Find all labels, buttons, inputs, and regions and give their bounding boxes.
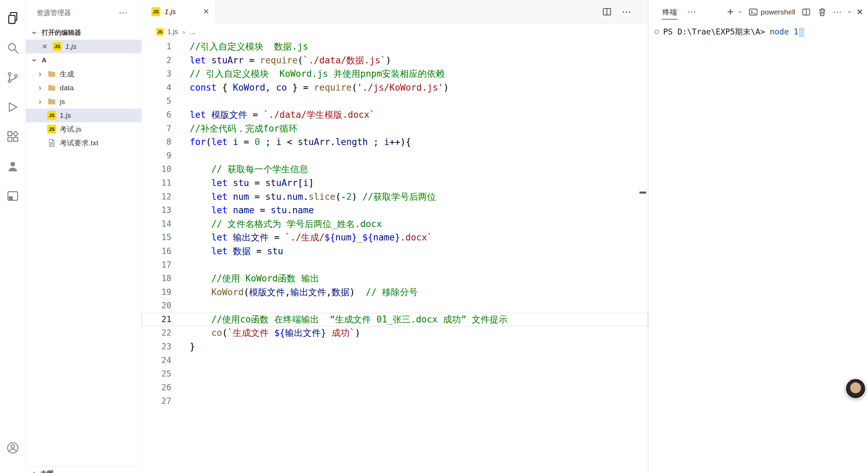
line-number: 20 — [142, 299, 171, 313]
line-content: // 获取每一个学生信息 — [171, 163, 308, 176]
editor-actions: ⋯ — [602, 0, 648, 23]
close-icon[interactable]: ✕ — [42, 42, 49, 51]
code-line[interactable]: 7//补全代码，完成for循环 — [142, 122, 648, 136]
source-control-icon — [6, 71, 20, 84]
tree-item-folder-js[interactable]: › js — [26, 95, 141, 109]
terminal-tab[interactable]: 终端 — [662, 4, 678, 20]
code-line[interactable]: 9 — [142, 149, 648, 163]
activity-explorer-button[interactable] — [0, 3, 26, 33]
files-icon — [6, 11, 20, 25]
close-tab-icon[interactable]: ✕ — [203, 7, 209, 16]
code-line[interactable]: 5 — [142, 94, 648, 108]
code-line[interactable]: 27 — [142, 394, 648, 408]
line-content: let stu = stuArr[i] — [171, 176, 314, 190]
code-line[interactable]: 17 — [142, 258, 648, 272]
line-content: let 模版文件 = `./data/学生模版.docx` — [171, 108, 375, 122]
tree-item-label: 生成 — [60, 69, 74, 79]
activity-run-debug-button[interactable] — [0, 92, 26, 122]
code-line[interactable]: 11 let stu = stuArr[i] — [142, 176, 648, 190]
split-editor-icon[interactable] — [602, 7, 612, 17]
kill-terminal-icon[interactable] — [817, 7, 827, 17]
terminal-dropdown-icon[interactable]: › — [737, 11, 744, 13]
code-line[interactable]: 3// 引入自定义模块 KoWord.js 并使用pnpm安装相应的依赖 — [142, 67, 648, 81]
maximize-panel-icon[interactable]: › — [846, 11, 852, 13]
line-content: //补全代码，完成for循环 — [171, 122, 297, 136]
tab-1js[interactable]: JS 1.js ✕ — [142, 0, 216, 24]
open-editors-section-header[interactable]: › 打开的编辑器 — [26, 26, 141, 40]
code-line[interactable]: 22 co(`生成文件 ${输出文件} 成功`) — [142, 326, 648, 340]
js-file-icon: JS — [47, 111, 56, 120]
code-line[interactable]: 20 — [142, 299, 648, 313]
activity-extensions-button[interactable] — [0, 122, 26, 152]
line-number: 12 — [142, 190, 171, 204]
code-line[interactable]: 24 — [142, 354, 648, 368]
tree-item-file-kaoshiyaoqiu-txt[interactable]: › 考试要求.txt — [26, 136, 141, 150]
close-panel-icon[interactable]: ✕ — [856, 7, 863, 17]
tree-item-file-kaoshi-js[interactable]: › JS 考试.js — [26, 122, 141, 136]
line-number: 6 — [142, 108, 171, 122]
activity-search-button[interactable] — [0, 33, 26, 63]
shell-label: powershell — [761, 8, 795, 16]
code-line[interactable]: 8for(let i = 0 ; i < stuArr.length ; i++… — [142, 135, 648, 149]
tree-item-label: js — [60, 97, 65, 106]
outline-section-header[interactable]: › 大纲 — [26, 466, 141, 473]
app-window: 资源管理器 ⋯ › 打开的编辑器 ✕ JS 1.js › A › 生成 › da… — [0, 0, 868, 473]
sidebar-more-icon[interactable]: ⋯ — [119, 8, 128, 18]
extensions-icon — [6, 130, 20, 144]
line-number: 3 — [142, 67, 171, 81]
tree-item-folder-shengcheng[interactable]: › 生成 — [26, 67, 141, 81]
terminal-more-icon[interactable]: ⋯ — [687, 7, 696, 17]
line-content: let name = stu.name — [171, 204, 314, 217]
activity-layout-button[interactable] — [0, 181, 26, 211]
code-line[interactable]: 19 KoWord(模版文件,输出文件,数据) // 移除分号 — [142, 286, 648, 299]
split-terminal-icon[interactable] — [801, 7, 811, 17]
js-file-icon: JS — [151, 7, 160, 16]
code-line[interactable]: 18 //使用 KoWord函数 输出 — [142, 272, 648, 286]
code-lines: 1//引入自定义模块 数据.js2let stuArr = require(`.… — [142, 40, 648, 473]
code-line[interactable]: 26 — [142, 381, 648, 395]
line-content: co(`生成文件 ${输出文件} 成功`) — [171, 326, 360, 340]
code-line[interactable]: 1//引入自定义模块 数据.js — [142, 40, 648, 54]
code-line[interactable]: 23} — [142, 340, 648, 354]
code-line[interactable]: 13 let name = stu.name — [142, 204, 648, 217]
code-line[interactable]: 6let 模版文件 = `./data/学生模版.docx` — [142, 108, 648, 122]
line-number: 11 — [142, 176, 171, 190]
layout-icon — [6, 189, 20, 203]
chevron-right-icon: › — [36, 84, 44, 92]
explorer-sidebar: 资源管理器 ⋯ › 打开的编辑器 ✕ JS 1.js › A › 生成 › da… — [26, 0, 142, 473]
line-number: 15 — [142, 231, 171, 245]
terminal-command: node 1 — [770, 27, 798, 36]
line-content: const { KoWord, co } = require('./js/KoW… — [171, 81, 449, 95]
line-number: 17 — [142, 258, 171, 272]
breadcrumb[interactable]: JS 1.js › ... — [142, 24, 648, 40]
code-line[interactable]: 10 // 获取每一个学生信息 — [142, 163, 648, 176]
tree-item-file-1js[interactable]: › JS 1.js — [26, 109, 141, 122]
new-terminal-icon[interactable]: + — [727, 6, 734, 18]
code-line[interactable]: 14 // 文件名格式为 学号后两位_姓名.docx — [142, 217, 648, 231]
line-content: // 文件名格式为 学号后两位_姓名.docx — [171, 217, 382, 231]
workspace-section-header[interactable]: › A — [26, 53, 141, 67]
code-line[interactable]: 21 //使用co函数 在终端输出 “生成文件 01_张三.docx 成功” 文… — [142, 313, 648, 327]
line-number: 16 — [142, 245, 171, 258]
code-line[interactable]: 25 — [142, 367, 648, 381]
terminal-output[interactable]: PS D:\Trae\EXP5期末\A> node 1 — [648, 24, 868, 37]
shell-chip[interactable]: powershell — [748, 7, 795, 17]
open-editor-item[interactable]: ✕ JS 1.js — [26, 40, 141, 53]
more-actions-icon[interactable]: ⋯ — [622, 6, 631, 18]
line-number: 18 — [142, 272, 171, 286]
scrollbar-marker[interactable] — [639, 192, 646, 194]
code-line[interactable]: 4const { KoWord, co } = require('./js/Ko… — [142, 81, 648, 95]
code-line[interactable]: 15 let 输出文件 = `./生成/${num}_${name}.docx` — [142, 231, 648, 245]
account-button[interactable] — [0, 433, 26, 463]
tree-item-folder-data[interactable]: › data — [26, 81, 141, 95]
panel-more-icon[interactable]: ⋯ — [833, 7, 841, 17]
code-line[interactable]: 2let stuArr = require(`./data/数据.js`) — [142, 54, 648, 68]
breadcrumb-symbol[interactable]: ... — [190, 28, 196, 36]
breadcrumb-file[interactable]: 1.js — [167, 28, 178, 36]
assistant-avatar[interactable] — [845, 378, 866, 399]
activity-assistant-button[interactable] — [0, 152, 26, 181]
activity-source-control-button[interactable] — [0, 63, 26, 92]
run-debug-icon — [6, 100, 20, 114]
code-line[interactable]: 12 let num = stu.num.slice(-2) //获取学号后两位 — [142, 190, 648, 204]
code-line[interactable]: 16 let 数据 = stu — [142, 245, 648, 258]
